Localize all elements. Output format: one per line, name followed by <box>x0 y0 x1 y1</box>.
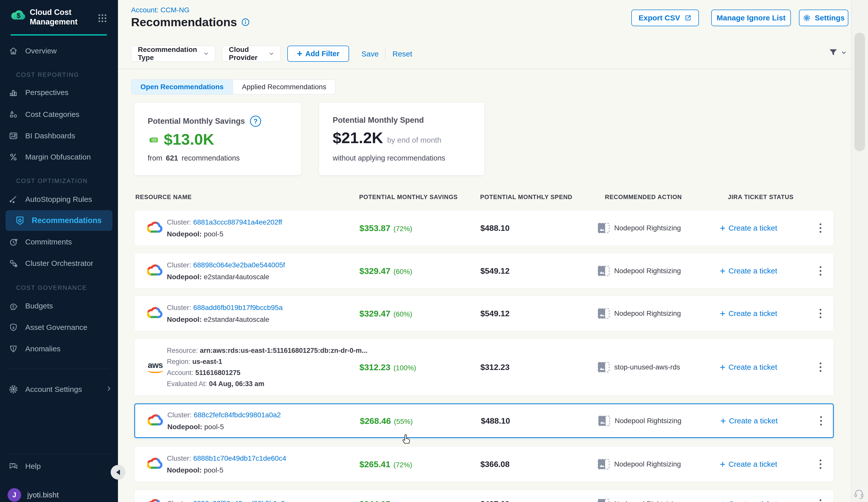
action-cell: Nodepool Rightsizing <box>598 459 681 470</box>
piggy-bank-icon: $ <box>8 301 19 311</box>
table-row[interactable]: aws Resource:arn:aws:rds:us-east-1:51161… <box>134 338 834 396</box>
resource-line-1: Cluster:6881a3ccc887941a4ee202ff <box>167 216 282 228</box>
user-menu[interactable]: J jyoti.bisht <box>8 487 112 502</box>
percent-icon <box>8 152 19 162</box>
row-menu-button[interactable] <box>818 458 823 470</box>
potential-savings-card: Potential Monthly Savings ? $ $13.0K fro… <box>134 102 301 175</box>
aws-icon: aws <box>147 361 163 373</box>
create-ticket-link[interactable]: +Create a ticket <box>720 266 777 275</box>
cluster-link[interactable]: 688add6fb019b17f9bccb95a <box>193 304 282 312</box>
resource-line-2: Nodepool:pool-5 <box>167 464 286 476</box>
cluster-link[interactable]: 688c2fefc84fbdc99801a0a2 <box>194 411 281 419</box>
resource-line-1: Cluster:68898c064e3e2ba0e544005f <box>167 259 285 271</box>
sidebar-item-cluster-orchestrator[interactable]: Cluster Orchestrator <box>8 255 112 271</box>
gear-icon <box>8 384 19 394</box>
nodepool-resize-icon <box>598 459 610 470</box>
savings-cell: $268.46(55%) <box>360 416 413 426</box>
spend-cell: $366.08 <box>480 459 510 469</box>
settings-button[interactable]: Settings <box>799 10 848 26</box>
header-divider <box>118 69 851 69</box>
export-csv-button[interactable]: Export CSV <box>631 10 699 26</box>
autostopping-icon <box>8 194 19 205</box>
row-menu-button[interactable] <box>818 222 823 234</box>
spend-cell: $549.12 <box>480 309 510 318</box>
support-headset-icon[interactable] <box>853 488 865 501</box>
sidebar-item-cost-categories[interactable]: Cost Categories <box>8 107 112 122</box>
row-menu-button[interactable] <box>818 265 823 277</box>
row-menu-button[interactable] <box>819 415 823 427</box>
section-cost-reporting: COST REPORTING <box>16 71 79 79</box>
reset-filter-link[interactable]: Reset <box>392 50 412 58</box>
help-question-icon[interactable]: ? <box>250 116 261 127</box>
row-menu-button[interactable] <box>818 361 823 373</box>
create-ticket-link[interactable]: +Create a ticket <box>720 460 777 469</box>
scrollbar-thumb[interactable] <box>854 33 865 151</box>
resource-line-2: Nodepool:e2standar4autoscale <box>167 271 285 283</box>
add-filter-button[interactable]: + Add Filter <box>287 45 349 62</box>
gcp-icon <box>148 414 164 428</box>
svg-text:$: $ <box>12 305 14 308</box>
cluster-link[interactable]: 6888b1c70e49db17c1de60c4 <box>193 454 286 462</box>
action-cell: Nodepool Rightsizing <box>598 499 681 502</box>
sidebar-item-overview[interactable]: Overview <box>8 43 112 59</box>
sidebar-item-account-settings[interactable]: Account Settings <box>8 381 112 397</box>
potential-spend-card: Potential Monthly Spend $21.2K by end of… <box>319 102 485 175</box>
cluster-link[interactable]: 6886e92f59a48cad86b5b1c6 <box>193 500 285 502</box>
tab-open-recommendations[interactable]: Open Recommendations <box>131 80 233 94</box>
row-menu-button[interactable] <box>818 307 823 320</box>
sidebar-item-help[interactable]: ? Help <box>8 458 112 474</box>
sidebar-item-budgets[interactable]: $ Budgets <box>8 298 112 314</box>
filter-panel-toggle[interactable] <box>827 47 847 59</box>
dashboard-image-icon <box>8 131 19 141</box>
nodepool-resize-icon <box>598 499 610 502</box>
manage-ignore-list-button[interactable]: Manage Ignore List <box>711 10 791 26</box>
save-filter-link[interactable]: Save <box>361 50 379 58</box>
cloud-provider-dropdown[interactable]: Cloud Provider <box>222 45 280 62</box>
table-row[interactable]: Cluster:68898c064e3e2ba0e544005f Nodepoo… <box>134 253 834 289</box>
sidebar-item-autostopping[interactable]: AutoStopping Rules <box>8 191 112 207</box>
gcp-icon <box>147 499 163 502</box>
info-icon[interactable] <box>241 18 250 27</box>
table-row[interactable]: Cluster:6886e92f59a48cad86b5b1c6 $244.05… <box>134 490 834 502</box>
nodepool-resize-icon <box>598 308 610 319</box>
table-row[interactable]: Cluster:688add6fb019b17f9bccb95a Nodepoo… <box>134 296 834 331</box>
action-cell: stop-unused-aws-rds <box>598 362 680 373</box>
breadcrumb-account[interactable]: Account: CCM-NG <box>131 6 189 14</box>
table-row[interactable]: Cluster:6881a3ccc887941a4ee202ff Nodepoo… <box>134 210 834 246</box>
resource-line-1: Cluster:688add6fb019b17f9bccb95a <box>167 302 282 314</box>
create-ticket-link[interactable]: +Create a ticket <box>720 500 777 502</box>
create-ticket-link[interactable]: +Create a ticket <box>720 363 777 372</box>
table-row[interactable]: Cluster:6888b1c70e49db17c1de60c4 Nodepoo… <box>134 446 834 482</box>
plus-icon: + <box>720 267 725 275</box>
savings-cell: $329.47(60%) <box>359 308 412 318</box>
sidebar-item-commitments[interactable]: Commitments <box>8 234 112 250</box>
svg-text:$: $ <box>154 138 155 142</box>
recommendations-page: $ Cloud Cost Management Overview COST RE… <box>0 0 868 502</box>
sidebar-item-recommendations[interactable]: Recommendations <box>6 210 112 231</box>
create-ticket-link[interactable]: +Create a ticket <box>720 309 777 318</box>
recommendation-type-dropdown[interactable]: Recommendation Type <box>131 45 215 62</box>
row-menu-button[interactable] <box>818 498 823 502</box>
sidebar-item-perspectives[interactable]: Perspectives <box>8 85 112 100</box>
sidebar-collapse-button[interactable] <box>111 465 125 480</box>
resource-line-2: Region:us-east-1 <box>167 356 368 367</box>
sidebar-item-asset-governance[interactable]: $ Asset Governance <box>8 320 112 335</box>
sidebar-item-margin-obfuscation[interactable]: Margin Obfuscation <box>8 149 112 165</box>
brand-underline <box>11 34 107 35</box>
app-grid-icon[interactable] <box>97 13 108 25</box>
resource-line-2: Nodepool:pool-5 <box>167 228 282 240</box>
sidebar-item-anomalies[interactable]: Anomalies <box>8 341 112 357</box>
chevron-down-icon <box>840 49 847 56</box>
sidebar-item-bi-dashboards[interactable]: BI Dashboards <box>8 128 112 144</box>
table-row-selected[interactable]: Cluster:688c2fefc84fbdc99801a0a2 Nodepoo… <box>134 404 834 438</box>
plus-icon: + <box>720 417 726 425</box>
tab-applied-recommendations[interactable]: Applied Recommendations <box>233 80 335 94</box>
spend-cell: $488.10 <box>481 416 510 425</box>
chevron-down-icon <box>268 50 275 57</box>
ccm-logo-icon: $ <box>11 9 27 23</box>
cluster-link[interactable]: 68898c064e3e2ba0e544005f <box>193 261 285 269</box>
cluster-link[interactable]: 6881a3ccc887941a4ee202ff <box>193 218 282 226</box>
sidebar: $ Cloud Cost Management Overview COST RE… <box>0 0 118 502</box>
create-ticket-link[interactable]: +Create a ticket <box>720 224 777 232</box>
create-ticket-link[interactable]: +Create a ticket <box>720 417 778 425</box>
